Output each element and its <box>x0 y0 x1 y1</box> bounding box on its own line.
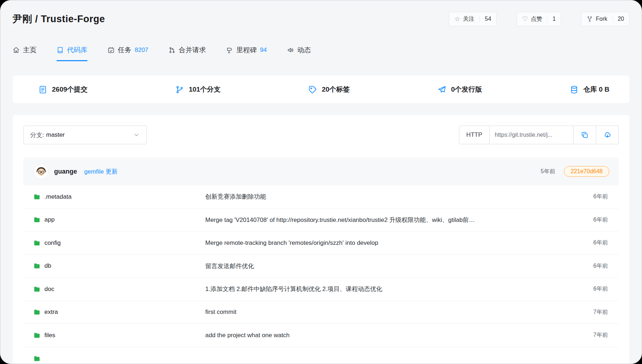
tab-issues-count: 8207 <box>135 47 148 54</box>
stat-repo-size[interactable]: 仓库 0 B <box>570 85 609 94</box>
fork-icon <box>586 16 593 22</box>
tab-issues[interactable]: 任务 8207 <box>107 45 148 61</box>
stat-repo-size-label: 仓库 0 B <box>583 85 609 94</box>
file-name-link[interactable]: doc <box>33 286 205 293</box>
file-row: doc 1.添加文档 2.邮件中缺陷序号计算机制优化 2.项目、课程动态优化 6… <box>23 278 619 301</box>
file-commit-time: 6年前 <box>572 193 608 200</box>
avatar-image <box>34 164 48 179</box>
copy-icon <box>581 131 589 139</box>
folder-icon <box>33 286 40 293</box>
avatar[interactable] <box>33 164 48 179</box>
file-commit-time: 7年前 <box>572 309 608 316</box>
repo-header: 尹刚 / Trustie-Forge ☆ 关注 54 ♡ 点赞 1 Fork 2… <box>13 12 629 26</box>
file-commit-message[interactable]: 留言发送邮件优化 <box>205 262 572 270</box>
like-button[interactable]: ♡ 点赞 1 <box>517 12 561 26</box>
like-count: 1 <box>547 16 556 22</box>
tab-issues-label: 任务 <box>118 45 131 55</box>
chevron-down-icon <box>133 131 140 139</box>
commit-message-link[interactable]: gemfile 更新 <box>84 168 118 176</box>
branch-selector[interactable]: 分支: master <box>23 126 147 144</box>
stat-branches[interactable]: 101个分支 <box>175 85 221 94</box>
tab-pulls[interactable]: 合并请求 <box>168 45 206 61</box>
fork-label: Fork <box>596 16 607 22</box>
header-actions: ☆ 关注 54 ♡ 点赞 1 Fork 20 <box>449 12 629 26</box>
database-icon <box>570 85 579 94</box>
tab-code-label: 代码库 <box>67 45 87 55</box>
clone-url-field[interactable]: https://git.trustie.net/j... <box>490 126 574 144</box>
folder-icon <box>33 262 40 270</box>
file-name: .metadata <box>44 193 72 200</box>
tab-home[interactable]: 主页 <box>13 45 37 61</box>
folder-icon <box>33 193 40 200</box>
file-name-link[interactable]: config <box>33 239 205 247</box>
watch-button[interactable]: ☆ 关注 54 <box>449 12 497 26</box>
file-name: doc <box>44 286 54 293</box>
protocol-http-button[interactable]: HTTP <box>459 126 490 144</box>
file-commit-time: 6年前 <box>572 216 608 224</box>
commit-time: 5年前 <box>541 168 555 175</box>
folder-icon <box>33 355 40 362</box>
file-commit-message[interactable]: first commit <box>205 309 572 316</box>
folder-icon <box>33 239 40 247</box>
tab-milestones[interactable]: 里程碑 94 <box>226 45 267 61</box>
milestone-icon <box>226 47 233 54</box>
tab-activity-label: 动态 <box>297 45 311 55</box>
file-row-partial <box>23 347 619 364</box>
tasks-icon <box>107 47 115 54</box>
file-commit-time: 6年前 <box>572 285 608 293</box>
file-row: files add the project what one watch 7年前 <box>23 324 619 347</box>
file-name-link[interactable]: files <box>33 332 205 339</box>
file-commit-time: 7年前 <box>572 331 608 339</box>
file-commit-message[interactable]: Merge remote-tracking branch 'remotes/or… <box>205 239 572 247</box>
stat-tags-label: 20个标签 <box>322 85 350 94</box>
fork-button[interactable]: Fork 20 <box>581 12 629 26</box>
download-button[interactable] <box>596 126 619 144</box>
file-name: extra <box>44 309 58 316</box>
tab-pulls-label: 合并请求 <box>179 45 206 55</box>
commit-sha-badge[interactable]: 221e70d648 <box>564 166 609 177</box>
file-name-link[interactable]: extra <box>33 309 205 316</box>
commit-author[interactable]: guange <box>54 168 77 175</box>
file-commit-message[interactable]: Merge tag 'V20140708' of http://reposito… <box>205 216 572 224</box>
file-row: db 留言发送邮件优化 6年前 <box>23 255 619 278</box>
file-row: extra first commit 7年前 <box>23 301 619 324</box>
latest-commit-bar: guange gemfile 更新 5年前 221e70d648 <box>23 157 619 185</box>
file-row: .metadata 创新竞赛添加删除功能 6年前 <box>23 185 619 209</box>
folder-icon <box>33 309 40 316</box>
tab-milestones-count: 94 <box>260 47 267 54</box>
file-commit-message[interactable]: 创新竞赛添加删除功能 <box>205 193 572 201</box>
copy-url-button[interactable] <box>574 126 596 144</box>
branch-label: 分支: <box>30 131 44 139</box>
file-name: db <box>44 262 51 270</box>
fork-count: 20 <box>612 16 624 22</box>
merge-request-icon <box>168 47 176 54</box>
stat-tags[interactable]: 20个标签 <box>308 85 350 94</box>
file-name: config <box>44 239 61 247</box>
stat-releases[interactable]: 0个发行版 <box>437 85 482 94</box>
repo-browser-card: 分支: master HTTP https://git.trustie.net/… <box>13 115 629 364</box>
tab-activity[interactable]: 动态 <box>287 45 311 61</box>
file-commit-time: 6年前 <box>572 262 608 270</box>
tab-milestones-label: 里程碑 <box>236 45 257 55</box>
tag-icon <box>308 85 317 94</box>
file-name-link[interactable] <box>33 355 205 362</box>
release-icon <box>437 85 446 94</box>
cloud-download-icon <box>603 131 612 139</box>
star-icon: ☆ <box>454 16 460 22</box>
stat-commits[interactable]: 2609个提交 <box>38 85 87 94</box>
file-name-link[interactable]: .metadata <box>33 193 205 200</box>
file-name-link[interactable]: db <box>33 262 205 270</box>
branch-name: master <box>46 131 65 139</box>
file-row: app Merge tag 'V20140708' of http://repo… <box>23 209 619 232</box>
tab-home-label: 主页 <box>23 45 37 55</box>
repo-stats-bar: 2609个提交 101个分支 20个标签 0个发行版 仓库 0 B <box>13 76 629 103</box>
repo-title[interactable]: 尹刚 / Trustie-Forge <box>13 13 105 25</box>
stat-releases-label: 0个发行版 <box>451 85 482 94</box>
file-commit-message[interactable]: add the project what one watch <box>205 332 572 339</box>
file-name-link[interactable]: app <box>33 216 205 223</box>
tab-code[interactable]: 代码库 <box>57 45 87 61</box>
watch-label: 关注 <box>463 15 474 23</box>
file-commit-time: 6年前 <box>572 239 608 247</box>
file-commit-message[interactable]: 1.添加文档 2.邮件中缺陷序号计算机制优化 2.项目、课程动态优化 <box>205 285 572 293</box>
app-window: 尹刚 / Trustie-Forge ☆ 关注 54 ♡ 点赞 1 Fork 2… <box>0 0 642 364</box>
